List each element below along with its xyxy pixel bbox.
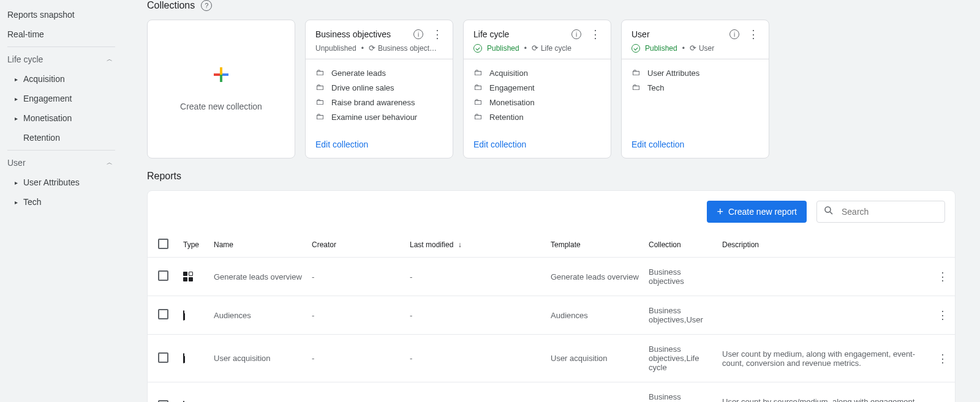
collection-folder[interactable]: 🗀Engagement [473, 80, 601, 95]
sidebar-item[interactable]: Real-time [0, 24, 123, 44]
folder-icon: 🗀 [631, 82, 640, 92]
sort-arrow-icon: ↓ [458, 240, 462, 249]
report-name: Audiences [209, 296, 307, 335]
collections-row: Create new collection Business objective… [147, 20, 956, 158]
sidebar-item[interactable]: Retention [0, 128, 123, 147]
svg-point-0 [825, 207, 831, 212]
row-more-icon[interactable]: ⋮ [937, 352, 948, 365]
row-checkbox[interactable] [158, 270, 168, 281]
table-row[interactable]: Traffic acquisition--Traffic acquisition… [148, 382, 955, 403]
collection-folder[interactable]: 🗀Drive online sales [315, 80, 443, 95]
report-name: Generate leads overview [209, 258, 307, 296]
folder-icon: 🗀 [315, 67, 324, 77]
collection-link[interactable]: ⟳User [690, 43, 714, 53]
chevron-right-icon: ▸ [15, 199, 21, 206]
edit-collection-link[interactable]: Edit collection [631, 140, 684, 149]
sidebar-item[interactable]: ▸Monetisation [0, 108, 123, 128]
add-icon [214, 67, 228, 82]
collection-link[interactable]: ⟳Life cycle [532, 43, 571, 53]
row-more-icon[interactable]: ⋮ [937, 400, 948, 403]
svg-line-1 [830, 212, 832, 214]
sidebar-item[interactable]: ▸Tech [0, 192, 123, 212]
link-icon: ⟳ [690, 43, 696, 53]
col-type[interactable]: Type [178, 233, 209, 258]
folder-icon: 🗀 [631, 67, 640, 77]
row-checkbox[interactable] [158, 309, 168, 319]
collection-folder[interactable]: 🗀Examine user behaviour [315, 110, 443, 124]
plus-icon: + [717, 206, 723, 218]
chevron-right-icon: ▸ [15, 179, 21, 186]
report-description: User count by source/medium, along with … [722, 397, 918, 403]
more-icon[interactable]: ⋮ [590, 29, 601, 40]
divider [7, 47, 115, 47]
sidebar-item[interactable]: ▸User Attributes [0, 173, 123, 192]
collections-title: Collections [147, 0, 195, 11]
select-all-checkbox[interactable] [158, 239, 168, 249]
collection-card: Life cyclei⋮Published•⟳Life cycle🗀Acquis… [463, 20, 611, 158]
sidebar-item[interactable]: ▸Engagement [0, 89, 123, 108]
report-name: User acquisition [209, 335, 307, 382]
col-name[interactable]: Name [209, 233, 307, 258]
row-more-icon[interactable]: ⋮ [937, 309, 948, 321]
collection-status: Published [645, 44, 677, 53]
divider [7, 150, 115, 151]
sidebar-item[interactable]: ▸Acquisition [0, 69, 123, 89]
collection-title: Business objectives [315, 29, 391, 39]
edit-collection-link[interactable]: Edit collection [473, 140, 526, 149]
chevron-right-icon: ▸ [15, 76, 21, 83]
info-icon[interactable]: i [413, 29, 423, 39]
sidebar-item[interactable]: Reports snapshot [0, 5, 123, 24]
collection-folder[interactable]: 🗀Monetisation [473, 95, 601, 110]
chevron-up-icon: ︿ [107, 158, 113, 167]
table-row[interactable]: Audiences--AudiencesBusiness objectives,… [148, 296, 955, 335]
info-icon[interactable]: i [571, 29, 581, 39]
folder-icon: 🗀 [473, 67, 482, 77]
info-icon[interactable]: i [729, 29, 739, 39]
col-description[interactable]: Description [717, 233, 930, 258]
table-row[interactable]: User acquisition--User acquisitionBusine… [148, 335, 955, 382]
collection-folder[interactable]: 🗀User Attributes [631, 65, 759, 80]
create-report-label: Create new report [728, 207, 797, 217]
collection-folder[interactable]: 🗀Tech [631, 80, 759, 95]
create-collection-label: Create new collection [180, 102, 262, 111]
sidebar: Reports snapshotReal-time Life cycle︿▸Ac… [0, 0, 123, 402]
sidebar-group-header[interactable]: User︿ [0, 153, 123, 173]
link-icon: ⟳ [369, 43, 375, 53]
col-creator[interactable]: Creator [307, 233, 405, 258]
collection-folder[interactable]: 🗀Acquisition [473, 65, 601, 80]
row-checkbox[interactable] [158, 400, 168, 403]
row-more-icon[interactable]: ⋮ [937, 270, 948, 283]
collection-link[interactable]: ⟳Business object… [369, 43, 437, 53]
search-icon [823, 205, 834, 218]
table-row[interactable]: Generate leads overview--Generate leads … [148, 258, 955, 296]
collection-folder[interactable]: 🗀Raise brand awareness [315, 95, 443, 110]
reports-table: Type Name Creator Last modified ↓ Templa… [148, 233, 955, 402]
search-box[interactable] [816, 201, 945, 223]
collection-folder[interactable]: 🗀Retention [473, 110, 601, 124]
collection-title: Life cycle [473, 29, 509, 39]
folder-icon: 🗀 [315, 82, 324, 92]
collections-heading: Collections ? [147, 0, 956, 11]
more-icon[interactable]: ⋮ [748, 29, 759, 40]
folder-icon: 🗀 [315, 97, 324, 106]
sidebar-group-header[interactable]: Life cycle︿ [0, 50, 123, 69]
col-last-modified[interactable]: Last modified ↓ [405, 233, 546, 258]
collection-folder[interactable]: 🗀Generate leads [315, 65, 443, 80]
row-checkbox[interactable] [158, 352, 168, 363]
chevron-right-icon: ▸ [15, 95, 21, 102]
edit-collection-link[interactable]: Edit collection [315, 140, 368, 149]
more-icon[interactable]: ⋮ [432, 29, 443, 40]
collection-status: Published [487, 44, 519, 53]
help-icon[interactable]: ? [201, 0, 212, 11]
create-report-button[interactable]: + Create new report [707, 201, 807, 223]
report-name: Traffic acquisition [209, 382, 307, 403]
table-icon [183, 310, 184, 321]
collection-card: Business objectivesi⋮Unpublished•⟳Busine… [305, 20, 453, 158]
search-input[interactable] [840, 206, 950, 217]
chevron-right-icon: ▸ [15, 115, 21, 122]
collection-card: Useri⋮Published•⟳User🗀User Attributes🗀Te… [621, 20, 769, 158]
col-template[interactable]: Template [546, 233, 644, 258]
create-collection-card[interactable]: Create new collection [147, 20, 295, 158]
chevron-up-icon: ︿ [107, 55, 113, 64]
col-collection[interactable]: Collection [644, 233, 717, 258]
